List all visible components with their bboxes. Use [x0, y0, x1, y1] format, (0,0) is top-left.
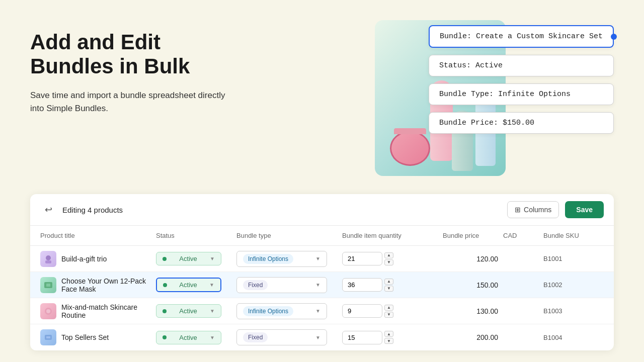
- bundle-type-select-2[interactable]: Fixed ▼: [236, 277, 327, 293]
- product-name-2: Choose Your Own 12-Pack Face Mask: [61, 277, 156, 293]
- bundle-type-select-4[interactable]: Fixed ▼: [236, 329, 327, 345]
- col-header-bundle-type: Bundle type: [236, 230, 342, 241]
- status-info-card: Status: Active: [429, 55, 614, 76]
- qty-input-1[interactable]: [342, 252, 382, 265]
- qty-cell-2: ▲ ▼: [342, 278, 443, 292]
- bundle-name-card: Bundle: Create a Custom Skincare Set: [429, 25, 614, 48]
- product-name-1: Build-a-gift trio: [61, 255, 107, 263]
- cream-jar-decoration: [390, 131, 430, 166]
- svg-point-5: [46, 309, 50, 313]
- table-row: Mix-and-match Skincare Routine Active ▼ …: [30, 298, 614, 324]
- bulk-edit-table: ↩ Editing 4 products ⊞ Columns Save Prod…: [30, 194, 614, 350]
- status-cell-1: Active ▼: [156, 252, 236, 265]
- product-cell-4: Top Sellers Set: [40, 329, 156, 345]
- info-cards-container: Bundle: Create a Custom Skincare Set Sta…: [429, 20, 614, 134]
- product-thumb-4: [40, 329, 56, 345]
- status-dot-2: [163, 283, 167, 287]
- table-row: Top Sellers Set Active ▼ Fixed ▼: [30, 324, 614, 350]
- status-dot-3: [163, 309, 167, 313]
- sku-cell-2: B1002: [543, 281, 604, 289]
- qty-up-2[interactable]: ▲: [384, 279, 393, 285]
- status-dot-1: [163, 257, 167, 261]
- back-button[interactable]: ↩: [40, 202, 56, 218]
- status-select-1[interactable]: Active ▼: [156, 252, 221, 265]
- status-cell-2: Active ▼: [156, 278, 236, 292]
- sku-cell-3: B1003: [543, 307, 604, 315]
- table-toolbar: ↩ Editing 4 products ⊞ Columns Save: [30, 194, 614, 226]
- svg-point-0: [46, 255, 51, 260]
- sku-cell-4: B1004: [543, 334, 604, 341]
- svg-rect-7: [46, 336, 50, 338]
- bundle-type-cell-2: Fixed ▼: [236, 277, 342, 293]
- qty-input-3[interactable]: [342, 304, 382, 318]
- qty-down-1[interactable]: ▼: [384, 259, 393, 265]
- price-cell-3: 130.00: [443, 307, 503, 315]
- product-thumb-1: [40, 251, 56, 267]
- status-chevron-2: ▼: [209, 282, 214, 288]
- hero-subtitle: Save time and import a bundle spreadshee…: [30, 89, 226, 116]
- table-row: Choose Your Own 12-Pack Face Mask Active…: [30, 272, 614, 298]
- bundle-type-chevron-2: ▼: [315, 282, 320, 288]
- bundle-type-chevron-3: ▼: [315, 308, 320, 314]
- bundle-price-info-card: Bundle Price: $150.00: [429, 112, 614, 134]
- sku-cell-1: B1001: [543, 255, 604, 262]
- status-dot-4: [163, 335, 167, 339]
- qty-input-2[interactable]: [342, 278, 382, 292]
- editing-label: Editing 4 products: [62, 206, 501, 214]
- product-name-4: Top Sellers Set: [61, 333, 109, 341]
- product-name-3: Mix-and-match Skincare Routine: [61, 303, 156, 319]
- qty-spinners-4: ▲ ▼: [384, 331, 393, 344]
- status-chevron-3: ▼: [210, 308, 215, 314]
- price-cell-2: 150.00: [443, 281, 503, 289]
- bundle-type-chevron-1: ▼: [315, 256, 320, 261]
- bundle-type-info-card: Bundle Type: Infinite Options: [429, 83, 614, 105]
- col-header-bundle-qty: Bundle item quantity: [342, 230, 443, 241]
- hero-text: Add and Edit Bundles in Bulk Save time a…: [30, 20, 247, 176]
- table-row: Build-a-gift trio Active ▼ Infinite Opti…: [30, 246, 614, 272]
- table-header: Product title Status Bundle type Bundle …: [30, 226, 614, 246]
- qty-spinners-3: ▲ ▼: [384, 305, 393, 318]
- col-header-product-title: Product title: [40, 230, 156, 241]
- status-select-4[interactable]: Active ▼: [156, 331, 221, 344]
- qty-spinners-2: ▲ ▼: [384, 279, 393, 292]
- bundle-type-select-1[interactable]: Infinite Options ▼: [236, 251, 327, 267]
- qty-cell-4: ▲ ▼: [342, 331, 443, 344]
- bundle-type-cell-3: Infinite Options ▼: [236, 303, 342, 319]
- main-title: Add and Edit Bundles in Bulk: [30, 30, 247, 79]
- status-select-2[interactable]: Active ▼: [156, 278, 221, 292]
- col-header-status: Status: [156, 230, 236, 241]
- product-cell-1: Build-a-gift trio: [40, 251, 156, 267]
- qty-cell-3: ▲ ▼: [342, 304, 443, 318]
- price-cell-4: 200.00: [443, 333, 503, 341]
- qty-down-3[interactable]: ▼: [384, 312, 393, 318]
- col-header-sku: Bundle SKU: [543, 230, 604, 241]
- bundle-type-select-3[interactable]: Infinite Options ▼: [236, 303, 327, 319]
- product-thumb-2: [40, 277, 56, 293]
- save-button[interactable]: Save: [565, 201, 604, 218]
- qty-input-4[interactable]: [342, 331, 382, 344]
- status-cell-3: Active ▼: [156, 304, 236, 318]
- status-cell-4: Active ▼: [156, 331, 236, 344]
- qty-up-1[interactable]: ▲: [384, 252, 393, 258]
- price-cell-1: 120.00: [443, 255, 503, 263]
- hero-visual: Bundle: Create a Custom Skincare Set Sta…: [267, 20, 614, 176]
- qty-spinners-1: ▲ ▼: [384, 252, 393, 265]
- svg-rect-3: [46, 284, 50, 287]
- status-chevron-1: ▼: [210, 256, 215, 261]
- qty-down-4[interactable]: ▼: [384, 338, 393, 344]
- col-header-bundle-price: Bundle price: [443, 230, 503, 241]
- qty-up-4[interactable]: ▲: [384, 331, 393, 337]
- qty-cell-1: ▲ ▼: [342, 252, 443, 265]
- qty-up-3[interactable]: ▲: [384, 305, 393, 311]
- status-chevron-4: ▼: [210, 335, 215, 340]
- columns-button[interactable]: ⊞ Columns: [507, 201, 559, 218]
- columns-icon: ⊞: [515, 206, 521, 214]
- bundle-type-chevron-4: ▼: [315, 335, 320, 340]
- product-thumb-3: [40, 303, 56, 319]
- bundle-type-cell-4: Fixed ▼: [236, 329, 342, 345]
- qty-down-2[interactable]: ▼: [384, 286, 393, 292]
- bundle-type-cell-1: Infinite Options ▼: [236, 251, 342, 267]
- col-header-currency: CAD: [503, 230, 543, 241]
- status-select-3[interactable]: Active ▼: [156, 304, 221, 318]
- svg-rect-1: [45, 260, 51, 263]
